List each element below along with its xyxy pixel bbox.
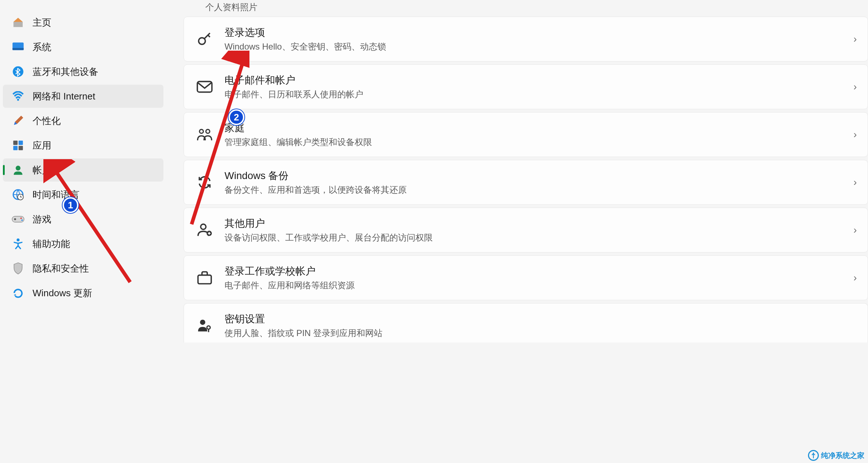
sidebar-item-label: 主页 — [33, 16, 51, 29]
sidebar-item-label: 个性化 — [33, 115, 61, 127]
bluetooth-icon — [12, 65, 25, 78]
card-title: 登录工作或学校帐户 — [225, 264, 846, 278]
sidebar-item-gaming[interactable]: 游戏 — [3, 208, 163, 231]
accessibility-icon — [12, 237, 25, 250]
backup-sync-icon — [195, 173, 214, 192]
sidebar-item-label: 游戏 — [33, 213, 51, 226]
sidebar-item-accessibility[interactable]: 辅助功能 — [3, 232, 163, 255]
update-icon — [12, 286, 25, 300]
card-subtitle: Windows Hello、安全密钥、密码、动态锁 — [225, 41, 846, 52]
card-subtitle: 管理家庭组、编辑帐户类型和设备权限 — [225, 136, 846, 148]
card-family[interactable]: 家庭 管理家庭组、编辑帐户类型和设备权限 › — [184, 112, 868, 157]
svg-point-13 — [20, 217, 22, 219]
svg-rect-5 — [18, 141, 23, 145]
card-passkey[interactable]: 密钥设置 使用人脸、指纹或 PIN 登录到应用和网站 — [184, 303, 868, 343]
annotation-badge-1: 1 — [63, 197, 78, 213]
chevron-right-icon: › — [854, 224, 857, 236]
add-person-icon — [195, 220, 214, 240]
card-windows-backup[interactable]: Windows 备份 备份文件、应用和首选项，以便跨设备将其还原 › — [184, 160, 868, 205]
briefcase-icon — [195, 268, 214, 288]
sidebar-item-label: 蓝牙和其他设备 — [33, 65, 98, 78]
svg-point-8 — [16, 166, 20, 170]
chevron-right-icon: › — [854, 81, 857, 93]
watermark-icon — [808, 450, 819, 461]
settings-window: 主页 系统 蓝牙和其他设备 网络和 Internet 个性化 — [0, 0, 868, 463]
watermark: 纯净系统之家 — [808, 450, 864, 461]
svg-point-19 — [206, 129, 210, 133]
chevron-right-icon: › — [854, 272, 857, 284]
chevron-right-icon: › — [854, 177, 857, 188]
sidebar-item-time-language[interactable]: 时间和语言 — [3, 183, 163, 206]
sidebar-item-accounts[interactable]: 帐户 — [3, 158, 163, 182]
svg-point-18 — [200, 129, 204, 133]
sidebar-item-personalization[interactable]: 个性化 — [3, 109, 163, 132]
sidebar-item-label: 网络和 Internet — [33, 90, 95, 103]
svg-rect-17 — [197, 81, 212, 92]
card-work-school[interactable]: 登录工作或学校帐户 电子邮件、应用和网络等组织资源 › — [184, 255, 868, 300]
svg-point-14 — [21, 220, 23, 221]
chevron-right-icon: › — [854, 129, 857, 140]
svg-point-3 — [17, 99, 19, 101]
svg-rect-22 — [198, 275, 211, 284]
sidebar-item-home[interactable]: 主页 — [3, 11, 163, 34]
sidebar-item-bluetooth[interactable]: 蓝牙和其他设备 — [3, 60, 163, 83]
sidebar-item-system[interactable]: 系统 — [3, 35, 163, 59]
svg-point-12 — [14, 218, 16, 220]
card-subtitle: 使用人脸、指纹或 PIN 登录到应用和网站 — [225, 327, 857, 339]
card-subtitle: 设备访问权限、工作或学校用户、展台分配的访问权限 — [225, 232, 846, 243]
prev-card-subtitle: 个人资料照片 — [184, 0, 868, 17]
watermark-text: 纯净系统之家 — [821, 451, 864, 460]
svg-rect-7 — [18, 146, 23, 150]
accounts-panel: 个人资料照片 登录选项 Windows Hello、安全密钥、密码、动态锁 › … — [166, 0, 868, 463]
card-title: 家庭 — [225, 121, 846, 135]
svg-point-20 — [201, 224, 206, 230]
sidebar-item-label: Windows 更新 — [33, 287, 92, 300]
card-title: Windows 备份 — [225, 169, 846, 183]
sidebar-item-label: 应用 — [33, 139, 51, 152]
svg-point-23 — [200, 320, 205, 325]
sidebar-item-apps[interactable]: 应用 — [3, 134, 163, 157]
card-title: 电子邮件和帐户 — [225, 73, 846, 87]
card-title: 登录选项 — [225, 26, 846, 39]
globe-clock-icon — [12, 188, 25, 201]
card-title: 其他用户 — [225, 217, 846, 230]
gamepad-icon — [12, 213, 25, 226]
svg-rect-1 — [13, 48, 24, 50]
home-icon — [12, 16, 25, 29]
svg-point-24 — [207, 326, 210, 329]
family-icon — [195, 125, 214, 144]
annotation-badge-2: 2 — [228, 109, 244, 125]
chevron-right-icon: › — [854, 33, 857, 45]
svg-rect-11 — [12, 216, 24, 222]
sidebar-item-network[interactable]: 网络和 Internet — [3, 85, 163, 108]
sidebar-item-label: 帐户 — [33, 164, 51, 177]
envelope-icon — [195, 77, 214, 97]
key-icon — [195, 29, 214, 49]
sidebar-item-label: 辅助功能 — [33, 238, 70, 250]
card-subtitle: 电子邮件、日历和联系人使用的帐户 — [225, 89, 846, 100]
card-title: 密钥设置 — [225, 312, 857, 326]
sidebar-item-label: 隐私和安全性 — [33, 262, 89, 275]
svg-rect-6 — [13, 146, 18, 150]
wifi-icon — [12, 90, 25, 103]
paintbrush-icon — [12, 114, 25, 127]
shield-icon — [12, 262, 25, 275]
card-other-users[interactable]: 其他用户 设备访问权限、工作或学校用户、展台分配的访问权限 › — [184, 208, 868, 252]
person-key-icon — [195, 316, 214, 335]
sidebar-item-label: 系统 — [33, 41, 51, 54]
card-subtitle: 备份文件、应用和首选项，以便跨设备将其还原 — [225, 184, 846, 196]
svg-rect-4 — [13, 141, 18, 145]
apps-icon — [12, 139, 25, 152]
card-signin-options[interactable]: 登录选项 Windows Hello、安全密钥、密码、动态锁 › — [184, 17, 868, 61]
card-subtitle: 电子邮件、应用和网络等组织资源 — [225, 280, 846, 291]
svg-point-15 — [17, 238, 20, 241]
sidebar: 主页 系统 蓝牙和其他设备 网络和 Internet 个性化 — [0, 0, 166, 463]
card-email-accounts[interactable]: 电子邮件和帐户 电子邮件、日历和联系人使用的帐户 › — [184, 64, 868, 109]
display-icon — [12, 41, 25, 54]
sidebar-item-privacy[interactable]: 隐私和安全性 — [3, 257, 163, 280]
sidebar-item-windows-update[interactable]: Windows 更新 — [3, 281, 163, 305]
person-icon — [12, 163, 25, 177]
